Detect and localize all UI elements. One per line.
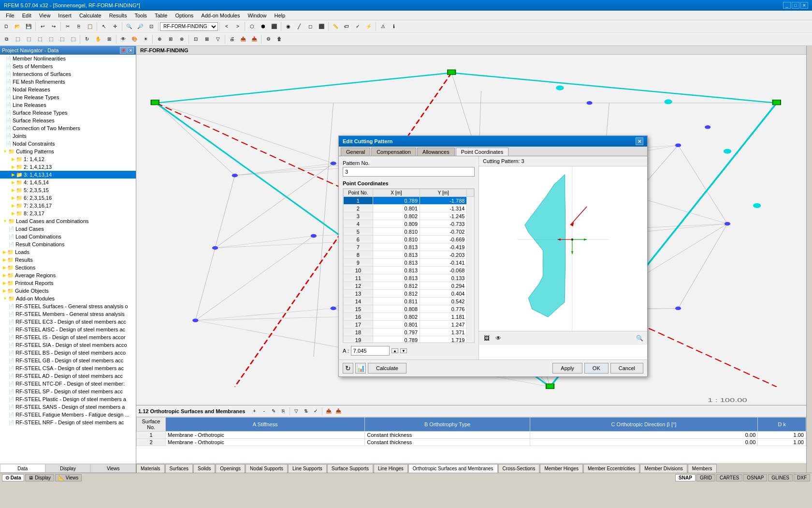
tb-next[interactable]: >	[232, 21, 243, 32]
tree-item-printout-reports[interactable]: ▶📁Printout Reports	[0, 279, 136, 287]
tb2-select-all[interactable]: ⊡	[190, 34, 201, 45]
tree-item-rf-steel-surfaces[interactable]: 📄RF-STEEL Surfaces - General stress anal…	[0, 302, 136, 310]
preview-icon-2[interactable]: 👁	[493, 333, 503, 343]
tree-item-fe-mesh[interactable]: 📄FE Mesh Refinements	[0, 78, 136, 86]
tab-nodal-supports[interactable]: Nodal Supports	[246, 464, 288, 473]
tab-openings[interactable]: Openings	[216, 464, 245, 473]
tb-copy[interactable]: ⎘	[73, 21, 84, 32]
tree-container[interactable]: 📄Member Nonlinearities📄Sets of Members📄I…	[0, 55, 136, 463]
menu-options[interactable]: Options	[171, 12, 197, 19]
tb-prev[interactable]: <	[221, 21, 232, 32]
maximize-btn[interactable]: □	[792, 2, 799, 9]
area-spin-up[interactable]: ▲	[392, 348, 398, 353]
dialog-table-row-11[interactable]: 11 0.813 0.133	[344, 274, 474, 282]
tree-item-cp5[interactable]: ▶📁5: 2,3,5,15	[0, 186, 136, 194]
bt-filter2[interactable]: ▽	[292, 407, 301, 416]
tab-line-supports[interactable]: Line Supports	[288, 464, 327, 473]
dialog-tab-general[interactable]: General	[341, 148, 370, 156]
pattern-no-input[interactable]	[343, 167, 475, 177]
tb2-filter[interactable]: ▽	[213, 34, 223, 45]
tree-item-rf-steel-sia[interactable]: 📄RF-STEEL SIA - Design of steel members …	[0, 341, 136, 349]
tb2-export[interactable]: 📤	[238, 34, 248, 45]
tb2-axis[interactable]: ⊗	[176, 34, 187, 45]
area-input[interactable]	[351, 346, 390, 356]
tree-item-add-on-modules[interactable]: ▼📁Add-on Modules	[0, 295, 136, 302]
tab-members[interactable]: Members	[688, 464, 717, 473]
tree-item-nodal-releases[interactable]: 📄Nodal Releases	[0, 86, 136, 93]
status-views[interactable]: 📐 Views	[55, 474, 82, 481]
nav-tab-views[interactable]: Views	[90, 464, 136, 473]
bt-sort[interactable]: ⇅	[302, 407, 310, 416]
menu-addon[interactable]: Add-on Modules	[197, 12, 244, 19]
tree-item-cp2[interactable]: ▶📁2: 1,4,12,13	[0, 163, 136, 171]
tb-zoom-in[interactable]: 🔍	[124, 21, 134, 32]
dialog-tab-compensation[interactable]: Compensation	[371, 148, 416, 156]
dialog-icon-info[interactable]: 📊	[355, 363, 366, 374]
tree-item-intersections[interactable]: 📄Intersections of Surfaces	[0, 70, 136, 78]
status-cartes[interactable]: CARTES	[716, 474, 742, 481]
tree-item-load-combinations[interactable]: 📄Load Combinations	[0, 233, 136, 240]
edit-cutting-pattern-dialog[interactable]: Edit Cutting Pattern ✕ General Compensat…	[338, 135, 648, 377]
dialog-table-row-18[interactable]: 18 0.797 1.371	[344, 329, 474, 336]
tree-item-rf-steel-ec3[interactable]: 📄RF-STEEL EC3 - Design of steel members …	[0, 318, 136, 326]
dialog-tab-point-coords[interactable]: Point Coordinates	[456, 148, 508, 156]
tree-item-loads[interactable]: ▶📁Loads	[0, 248, 136, 256]
dialog-table-row-12[interactable]: 12 0.812 0.294	[344, 282, 474, 290]
dialog-table-row-7[interactable]: 7 0.813 -0.419	[344, 243, 474, 251]
tb-paste[interactable]: 📋	[85, 21, 95, 32]
tb-wire[interactable]: ⬢	[258, 21, 268, 32]
tb2-top[interactable]: ⬚	[57, 34, 67, 45]
dialog-table-row-4[interactable]: 4 0.809 -0.733	[344, 220, 474, 228]
point-coords-table-scroll[interactable]: Point No. X [m] Y [m] 1 0.789 -1.788 2 0…	[343, 188, 475, 343]
dialog-apply-btn[interactable]: Apply	[552, 363, 582, 374]
tb2-left[interactable]: ⬚	[34, 34, 45, 45]
nav-tab-display[interactable]: Display	[45, 464, 91, 473]
tb2-prop[interactable]: ⚙	[263, 34, 274, 45]
dialog-table-row-19[interactable]: 19 0.789 1.719	[344, 336, 474, 344]
panel-close-btn[interactable]: ✕	[127, 47, 134, 54]
menu-insert[interactable]: Insert	[54, 12, 75, 19]
dialog-table-row-3[interactable]: 3 0.802 -1.245	[344, 212, 474, 220]
status-grid[interactable]: GRID	[696, 474, 715, 481]
tb2-print[interactable]: 🖨	[227, 34, 237, 45]
tree-item-member-nonlin[interactable]: 📄Member Nonlinearities	[0, 55, 136, 62]
menu-file[interactable]: File	[2, 12, 18, 19]
tree-item-load-cases[interactable]: 📄Load Cases	[0, 225, 136, 233]
bottom-row-1[interactable]: 1 Membrane - Orthotropic Constant thickn…	[137, 432, 806, 439]
tab-cross-sections[interactable]: Cross-Sections	[498, 464, 540, 473]
tree-item-rf-steel-sp[interactable]: 📄RF-STEEL SP - Design of steel members a…	[0, 388, 136, 395]
tb-line[interactable]: ╱	[294, 21, 304, 32]
tab-member-hinges[interactable]: Member Hinges	[540, 464, 583, 473]
dialog-table-row-2[interactable]: 2 0.801 -1.314	[344, 205, 474, 212]
tree-item-rf-steel-aisc[interactable]: 📄RF-STEEL AISC - Design of steel members…	[0, 326, 136, 333]
menu-calculate[interactable]: Calculate	[75, 12, 105, 19]
tree-item-rf-steel-members[interactable]: 📄RF-STEEL Members - General stress analy…	[0, 310, 136, 318]
tb-cut[interactable]: ✂	[62, 21, 73, 32]
tb-label[interactable]: 🏷	[341, 21, 352, 32]
tb-zoom-all[interactable]: ⊡	[146, 21, 157, 32]
tree-item-cp3[interactable]: ▶📁3: 1,4,13,14	[0, 171, 136, 179]
tree-item-average-regions[interactable]: ▶📁Average Regions	[0, 271, 136, 279]
status-right-items[interactable]: SNAP GRID CARTES OSNAP GLINES DXF	[675, 474, 810, 481]
tb-open[interactable]: 📂	[12, 21, 23, 32]
tree-item-rf-steel-nrf[interactable]: 📄RF-STEEL NRF - Design of steel members …	[0, 418, 136, 426]
preview-icon-1[interactable]: 🖼	[482, 333, 492, 343]
menu-help[interactable]: Help	[271, 12, 290, 19]
dialog-ok-btn[interactable]: OK	[584, 363, 609, 374]
tb2-delete[interactable]: 🗑	[274, 34, 285, 45]
status-data[interactable]: ⊙ Data	[2, 474, 24, 481]
dialog-table-row-9[interactable]: 9 0.813 -0.141	[344, 259, 474, 267]
tree-item-rf-steel-ad[interactable]: 📄RF-STEEL AD - Design of steel members a…	[0, 372, 136, 380]
tree-item-rf-steel-fatigue[interactable]: 📄RF-STEEL Fatigue Members - Fatigue desi…	[0, 411, 136, 418]
tb2-snap[interactable]: ⊕	[154, 34, 165, 45]
title-bar-buttons[interactable]: _ □ ✕	[783, 2, 808, 9]
tree-item-rf-steel-gb[interactable]: 📄RF-STEEL GB - Design of steel members a…	[0, 357, 136, 364]
status-dxf[interactable]: DXF	[794, 474, 810, 481]
menu-table[interactable]: Table	[151, 12, 171, 19]
tab-orthotropic-surfaces-and-membranes[interactable]: Orthotropic Surfaces and Membranes	[408, 464, 498, 473]
tree-item-result-combinations[interactable]: 📄Result Combinations	[0, 240, 136, 248]
tb2-zoom-region[interactable]: ⊞	[104, 34, 115, 45]
bt-copy2[interactable]: ⎘	[279, 407, 288, 416]
status-snap[interactable]: SNAP	[675, 474, 696, 481]
dialog-icon-rotate[interactable]: ↻	[343, 363, 353, 374]
